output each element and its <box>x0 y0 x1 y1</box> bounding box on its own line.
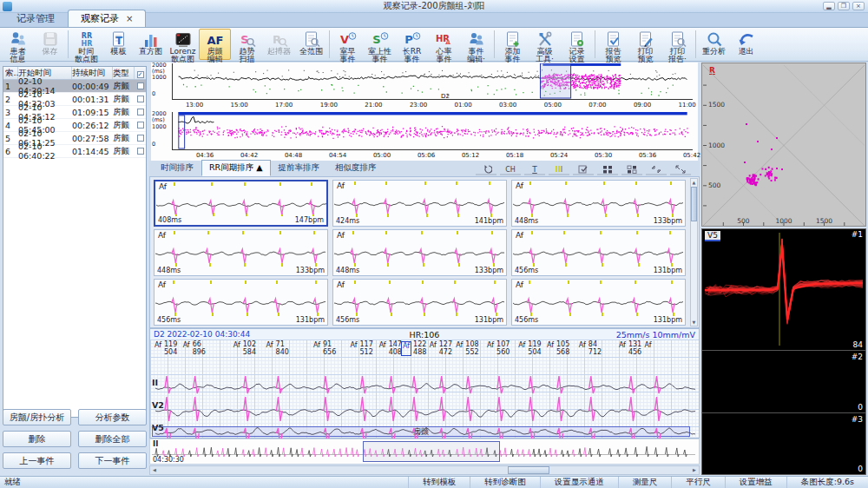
close-button[interactable]: × <box>852 2 865 10</box>
channel-button[interactable]: CH <box>500 163 521 175</box>
ribbon-button-lorenz-scatter[interactable]: Lorenz散点图 <box>167 29 199 60</box>
ribbon-button-long-rr-event[interactable]: P长RR事件 <box>396 29 428 60</box>
beat-annotation[interactable]: Af119504 <box>154 341 177 356</box>
beat-label[interactable]: Af <box>378 341 387 356</box>
beat-label[interactable]: Af <box>349 341 358 356</box>
ribbon-button-af-edit[interactable]: AF房颤编辑 <box>199 29 231 60</box>
row-checkbox[interactable] <box>137 122 144 129</box>
ribbon-button-print-preview[interactable]: 打印预览 <box>629 29 661 60</box>
trend-chart-fullday[interactable]: 2000(ms)10000D213:0015:0017:0019:0021:00… <box>151 63 698 111</box>
beat-annotation[interactable]: Af117512 <box>349 341 372 356</box>
ecg-viewer[interactable]: D2 2022-02-10 04:30:44 HR:106 25mm/s 10m… <box>149 328 700 439</box>
status-item-goto-diagnosis[interactable]: 转到诊断图 <box>470 477 540 488</box>
beat-annotation[interactable]: Af91656 <box>312 341 336 356</box>
ribbon-button-patient-info[interactable]: 患者信息 <box>2 29 34 60</box>
beat-annotation[interactable]: Af107560 <box>486 341 510 356</box>
scroll-up-arrow[interactable]: ▲ <box>691 179 697 186</box>
beat-label[interactable]: Af <box>486 341 495 356</box>
template-box-3[interactable]: #30 <box>702 414 865 475</box>
refresh-button[interactable] <box>476 163 496 175</box>
beat-annotation[interactable]: Af131456 <box>618 341 641 356</box>
ribbon-button-trend-scan[interactable]: S趋势扫描 <box>231 29 263 60</box>
beat-label[interactable]: Af <box>182 341 191 356</box>
ribbon-button-record-settings[interactable]: 记录设置 <box>561 29 593 60</box>
strip-card[interactable]: Af456ms131bpm <box>332 279 507 326</box>
strip-card[interactable]: Af448ms133bpm <box>332 229 507 276</box>
ribbon-button-full-range[interactable]: 全范围 <box>295 29 327 60</box>
strip-card[interactable]: Af456ms131bpm <box>511 279 686 326</box>
beat-annotation[interactable]: Af66896 <box>182 341 206 356</box>
beat-label[interactable]: Af <box>429 341 437 356</box>
select-check-button[interactable] <box>573 163 594 175</box>
beat-label[interactable]: Af <box>312 341 321 356</box>
template-box-1[interactable]: #184 <box>702 229 865 351</box>
text-label-button[interactable]: T <box>524 163 545 175</box>
minimize-button[interactable]: ▂ <box>823 2 835 10</box>
next-event-button[interactable]: 下一事件 <box>78 452 147 469</box>
beat-label[interactable]: Af <box>618 341 627 356</box>
beat-label[interactable]: Af <box>401 341 411 356</box>
status-item-strip-length[interactable]: 条图长度:9.6s <box>786 477 868 488</box>
beat-label[interactable]: Af <box>517 341 526 356</box>
column-header[interactable]: 持续时间 <box>72 67 113 79</box>
ribbon-button-add-event[interactable]: 添加事件 <box>496 29 529 60</box>
delete-all-button[interactable]: 删除全部 <box>78 431 147 447</box>
template-box-2[interactable]: #20 <box>702 352 865 413</box>
beat-annotation[interactable]: Af <box>643 341 654 349</box>
column-header[interactable]: 类型 <box>113 67 135 79</box>
beat-label[interactable]: Af <box>546 341 555 356</box>
af-aflutter-analysis-button[interactable]: 房颤/房扑分析 <box>3 409 71 425</box>
prev-event-button[interactable]: 上一事件 <box>3 452 71 469</box>
status-item-parallel-ruler[interactable]: 平行尺 <box>671 477 725 488</box>
delete-button[interactable]: 删除 <box>3 431 71 447</box>
overview-selection[interactable] <box>363 441 500 462</box>
restore-button[interactable]: ❒ <box>838 2 850 10</box>
status-item-measure-ruler[interactable]: 测量尺 <box>618 477 672 488</box>
ribbon-button-reanalyze[interactable]: 重分析 <box>698 29 730 60</box>
beat-label[interactable]: Af <box>455 341 464 356</box>
status-item-set-gain[interactable]: 设置增益 <box>725 477 786 488</box>
trend1-plot[interactable] <box>172 63 693 100</box>
sort-tab-time-sort[interactable]: 时间排序 <box>153 160 201 176</box>
tab-observe-record[interactable]: 观察记录× <box>68 10 146 27</box>
ribbon-button-report-preview[interactable]: 报告预览 <box>597 29 629 60</box>
ecg-strip[interactable]: 房颤 Af119504Af66896Af102584Af71840Af91656… <box>150 340 699 438</box>
beat-annotation[interactable]: Af119504 <box>517 341 541 356</box>
strip-card[interactable]: Af456ms131bpm <box>154 279 328 326</box>
beat-annotation[interactable]: Af84712 <box>578 341 602 356</box>
beat-annotation[interactable]: Af102584 <box>233 341 256 356</box>
ribbon-button-advanced-tools[interactable]: 高级工具· <box>529 29 561 60</box>
beat-annotation[interactable]: Af127472 <box>429 341 452 356</box>
beat-label[interactable]: Af <box>154 341 162 356</box>
ribbon-button-print-report[interactable]: 打印报告· <box>661 29 694 60</box>
ribbon-button-time-scatter[interactable]: RRHR时间散点图 <box>70 29 102 60</box>
scroll-left-arrow[interactable]: ◀ <box>150 466 159 474</box>
scroll-right-arrow[interactable]: ▶ <box>690 466 699 474</box>
ribbon-button-save[interactable]: 保存 <box>34 29 66 60</box>
strip-card[interactable]: Af448ms133bpm <box>154 229 328 276</box>
strip-card[interactable]: Af424ms141bpm <box>332 180 507 227</box>
scrollbar-thumb[interactable] <box>508 466 549 474</box>
grid-sparse-button[interactable] <box>621 163 642 175</box>
strip-grid-scrollbar[interactable]: ▲▼ <box>690 178 698 326</box>
beat-annotation[interactable]: Af122488 <box>401 341 426 356</box>
strip-card[interactable]: Af408ms147bpm <box>154 180 328 227</box>
lorenz-plot[interactable]: R 1500100050050010001500 <box>701 63 866 227</box>
sort-tab-rr-interval-sort[interactable]: RR间期排序 ▲ <box>201 160 271 176</box>
status-item-goto-template[interactable]: 转到模板 <box>408 477 470 488</box>
template-panel[interactable]: V5 #184#20#30 <box>701 228 866 475</box>
strip-card[interactable]: Af456ms131bpm <box>511 229 686 276</box>
strip-card[interactable]: Af448ms133bpm <box>511 180 686 227</box>
analysis-params-button[interactable]: 分析参数 <box>78 409 147 425</box>
ribbon-button-template[interactable]: T模板 <box>102 29 135 60</box>
tab-record-management[interactable]: 记录管理 <box>3 10 68 27</box>
trend2-plot[interactable] <box>172 112 693 150</box>
beat-label[interactable]: Af <box>233 341 241 356</box>
scrollbar-thumb[interactable] <box>691 187 697 221</box>
grid-dense-button[interactable] <box>597 163 618 175</box>
event-table[interactable]: 索..开始时间持续时间类型✓ 102-10 04:30:1400:00:49房颤… <box>3 66 147 418</box>
beat-label[interactable]: Af <box>578 341 587 356</box>
tab-close-icon[interactable]: × <box>126 14 133 23</box>
horizontal-scrollbar[interactable]: ◀ ▶ <box>149 465 700 475</box>
beat-label[interactable]: Af <box>266 341 274 356</box>
